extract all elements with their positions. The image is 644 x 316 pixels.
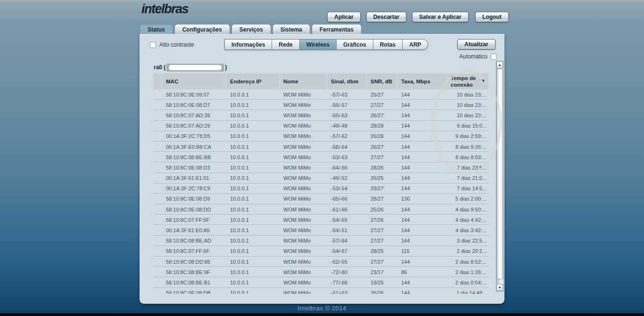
status-subtab[interactable]: Informações [224, 39, 272, 50]
status-subtab-bar: Informações Rede Wireless Gráficos Rotas… [225, 39, 428, 50]
main-tab[interactable]: Ferramentas [312, 24, 362, 34]
aplicar-button[interactable]: Aplicar [327, 12, 361, 22]
status-subtab-label: Wireless [306, 41, 330, 48]
scrollbar-thumb[interactable] [496, 69, 503, 279]
table-row[interactable]: 58:10:8C:08:BE:AD 10.0.0.1 WOM MiMo -57/… [154, 236, 488, 246]
table-row[interactable]: 58:10:8C:0E:08:DD 10.0.0.1 WOM MiMo -61/… [154, 204, 488, 215]
table-row[interactable]: 00:1A:3F:61:E1:01 10.0.0.1 WOM MiMo -49/… [154, 173, 488, 184]
atualizar-button[interactable]: Atualizar [457, 39, 495, 49]
cell-tempo-conexao: 2 dias 1:26:... [447, 269, 488, 275]
cell-snr: 25/26 [367, 207, 397, 212]
cell-taxa: 144 [397, 144, 447, 150]
automatico-checkbox[interactable] [491, 54, 497, 60]
cell-snr: 26/25 [367, 175, 397, 181]
status-subtab[interactable]: Wireless [299, 39, 337, 50]
cell-ip: 10.0.0.1 [226, 280, 280, 285]
cell-taxa: 144 [397, 259, 447, 265]
descartar-button[interactable]: Descartar [366, 12, 406, 22]
cell-ip: 10.0.0.1 [226, 175, 280, 181]
column-header-snr[interactable]: SNR, dB [367, 73, 397, 89]
cell-snr: 27/26 [367, 217, 397, 223]
cell-tempo-conexao: 4 dias 3:42:... [447, 227, 488, 233]
main-tab[interactable]: Status [140, 24, 173, 34]
table-row[interactable]: 58:10:8C:0E:08:D9 10.0.0.1 WOM MiMo -65/… [154, 194, 488, 204]
cell-snr: 26/27 [367, 144, 397, 150]
cell-taxa: 144 [397, 175, 447, 181]
automatico-control: Automático [459, 53, 497, 60]
table-row[interactable]: 58:10:8C:0E:08:D3 10.0.0.1 WOM MiMo -64/… [154, 162, 488, 173]
cell-mac: 00:1A:3F:2C:78:C9 [162, 186, 226, 191]
table-row[interactable]: 58:10:8C:07:FF:5F 10.0.0.1 WOM MiMo -54/… [154, 215, 488, 225]
alto-contraste-checkbox[interactable] [150, 42, 156, 48]
column-header-sinal[interactable]: Sinal, dbm [327, 73, 367, 89]
sort-descending-icon: ▾ [482, 78, 486, 83]
table-row[interactable]: 58:10:8C:0E:08:D7 10.0.0.1 WOM MiMo -55/… [154, 100, 488, 110]
cell-sinal: -53/-63 [327, 154, 367, 160]
cell-sinal: -54/-65 [327, 217, 367, 223]
scroll-down-icon[interactable]: ▼ [496, 284, 503, 291]
status-subtab[interactable]: Gráficos [336, 39, 373, 50]
cell-mac: 58:10:8C:08:BE:BB [162, 154, 226, 160]
logout-button[interactable]: Logout [475, 12, 509, 22]
cell-tempo-conexao: 3 dias 22:5... [447, 238, 488, 243]
column-header-nome[interactable]: Nome [280, 73, 327, 89]
column-header-mac[interactable]: MAC [162, 73, 226, 89]
table-row[interactable]: 58:10:8C:08:DD:85 10.0.0.1 WOM MiMo -52/… [154, 257, 488, 267]
table-row[interactable]: 58:10:8C:08:BE:B1 10.0.0.1 WOM MiMo -77/… [154, 277, 488, 288]
table-row[interactable]: 58:10:8C:07:AD:39 10.0.0.1 WOM MiMo -55/… [154, 110, 488, 121]
cell-mac: 58:10:8C:08:BE:9F [162, 269, 226, 275]
cell-tempo-conexao: 2 dias 0:04:... [447, 280, 488, 285]
cell-ip: 10.0.0.1 [226, 133, 280, 139]
status-subtab-label: ARP [409, 41, 421, 48]
cell-nome: WOM MiMo [280, 123, 327, 129]
column-header-ip[interactable]: Endereço IP [226, 73, 280, 89]
table-row[interactable]: 58:10:8C:0E:09:07 10.0.0.1 WOM MiMo -57/… [154, 89, 488, 100]
table-row[interactable]: 58:10:8C:08:BE:9F 10.0.0.1 WOM MiMo -72/… [154, 267, 488, 277]
cell-snr: 27/27 [367, 227, 397, 233]
cell-sinal: -65/-66 [327, 196, 367, 202]
table-row[interactable]: 58:10:8C:07:AD:29 10.0.0.1 WOM MiMo -49/… [154, 121, 488, 131]
cell-nome: WOM MiMo [280, 217, 327, 223]
cell-nome: WOM MiMo [280, 186, 327, 191]
main-tab-bar: Status Configurações Serviços Sistema Fe… [140, 24, 362, 34]
interface-title: ra0 ( ) [154, 63, 488, 72]
cell-sinal: -57/-62 [327, 133, 367, 139]
table-header-row: MAC Endereço IP Nome Sinal, dbm SNR, dB … [154, 73, 488, 89]
column-header-spacer [154, 73, 162, 89]
table-scrollbar[interactable]: ▲ ▼ [496, 61, 504, 292]
cell-nome: WOM MiMo [280, 290, 327, 294]
cell-mac: 00:1A:3F:61:E1:01 [162, 175, 226, 181]
cell-snr: 27/27 [367, 154, 397, 160]
cell-taxa: 115 [397, 248, 447, 254]
cell-snr: 26/28 [367, 133, 397, 139]
scroll-up-icon[interactable]: ▲ [496, 61, 503, 68]
cell-nome: WOM MiMo [280, 238, 327, 243]
main-tab[interactable]: Configurações [174, 24, 230, 34]
status-subtab[interactable]: Rotas [373, 39, 403, 50]
cell-mac: 58:10:8C:07:AD:29 [162, 123, 226, 129]
column-header-taxa[interactable]: Taxa, Mbps [397, 73, 447, 89]
status-subtab[interactable]: Rede [272, 39, 299, 50]
table-row[interactable]: 58:10:8C:08:BE:BB 10.0.0.1 WOM MiMo -53/… [154, 152, 488, 162]
table-row[interactable]: 00:1A:3F:2C:78:C9 10.0.0.1 WOM MiMo -53/… [154, 184, 488, 194]
main-tab[interactable]: Sistema [272, 24, 310, 34]
cell-tempo-conexao: 10 dias 23:... [447, 92, 488, 97]
table-row[interactable]: 00:1A:3F:E0:B8:CA 10.0.0.1 WOM MiMo -58/… [154, 142, 488, 152]
salvar-e-aplicar-button[interactable]: Salvar e Aplicar [412, 12, 469, 22]
status-subtab[interactable]: ARP [402, 39, 428, 50]
cell-snr: 27/27 [367, 259, 397, 265]
table-row[interactable]: 58:10:8C:07:FF:6F 10.0.0.1 WOM MiMo -54/… [154, 246, 488, 257]
cell-taxa: 144 [397, 165, 447, 170]
cell-sinal: -52/-55 [327, 259, 367, 265]
column-header-tempo-conexao[interactable]: Tempo de conexão ▾ [447, 73, 488, 89]
cell-tempo-conexao: 8 dias 8:03:... [447, 154, 488, 160]
cell-nome: WOM MiMo [280, 144, 327, 150]
table-row[interactable]: 00:1A:3F:61:E0:A5 10.0.0.1 WOM MiMo -54/… [154, 225, 488, 235]
main-tab[interactable]: Serviços [231, 24, 271, 34]
table-row[interactable]: 00:1A:3F:2C:78:D5 10.0.0.1 WOM MiMo -57/… [154, 131, 488, 142]
table-row[interactable]: 58:10:8C:0E:08:DB 10.0.0.1 WOM MiMo -61/… [154, 288, 488, 294]
cell-sinal: -72/-80 [327, 269, 367, 275]
cell-taxa: 144 [397, 280, 447, 285]
action-toolbar: Aplicar Descartar Salvar e Aplicar [327, 12, 469, 22]
cell-sinal: -54/-67 [327, 248, 367, 254]
